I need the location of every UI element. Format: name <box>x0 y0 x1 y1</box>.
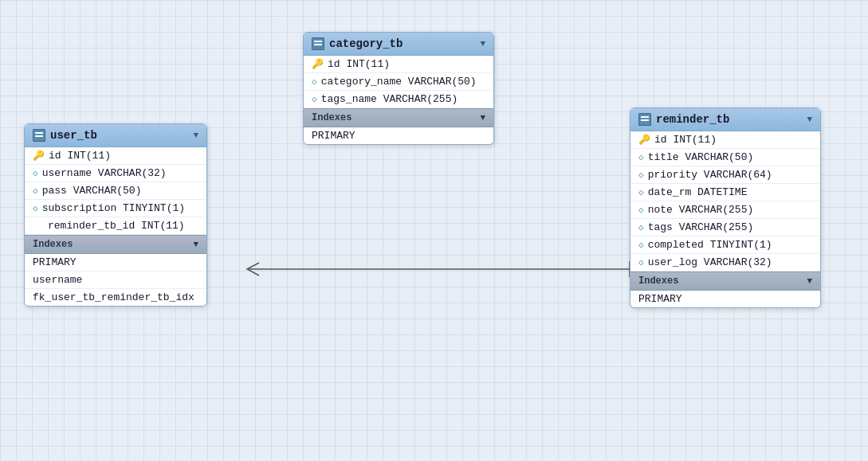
col-text: completed TINYINT(1) <box>648 239 772 251</box>
diamond-icon: ◇ <box>312 76 317 87</box>
table-row: ◇ tags VARCHAR(255) <box>630 219 820 236</box>
table-category-tb-dropdown[interactable]: ▼ <box>480 39 485 49</box>
list-item: username <box>25 272 206 289</box>
col-text: priority VARCHAR(64) <box>648 169 772 181</box>
table-row: reminder_tb_id INT(11) <box>25 217 206 235</box>
diamond-icon: ◇ <box>638 152 644 162</box>
diamond-icon: ◇ <box>33 203 38 213</box>
indexes-header-category-tb[interactable]: Indexes ▼ <box>304 108 493 127</box>
diamond-icon: ◇ <box>312 94 317 104</box>
indexes-label: Indexes <box>638 275 678 287</box>
col-text: subscription TINYINT(1) <box>42 202 185 214</box>
table-reminder-tb-dropdown[interactable]: ▼ <box>807 115 812 124</box>
table-user-tb-title: user_tb <box>50 129 97 142</box>
col-text: category_name VARCHAR(50) <box>321 76 477 88</box>
table-row: ◇ date_rm DATETIME <box>630 184 820 201</box>
col-text: reminder_tb_id INT(11) <box>48 220 185 232</box>
table-category-tb-header[interactable]: category_tb ▼ <box>304 33 493 56</box>
list-item: PRIMARY <box>630 291 820 307</box>
table-icon <box>312 37 324 50</box>
diamond-icon: ◇ <box>638 222 644 232</box>
table-reminder-tb-title: reminder_tb <box>656 113 729 126</box>
col-text: user_log VARCHAR(32) <box>648 256 772 268</box>
table-row: ◇ title VARCHAR(50) <box>630 149 820 166</box>
col-text: id INT(11) <box>328 58 390 70</box>
key-icon: 🔑 <box>33 150 45 162</box>
indexes-label: Indexes <box>312 112 352 123</box>
table-row: ◇ priority VARCHAR(64) <box>630 166 820 184</box>
table-user-tb-dropdown[interactable]: ▼ <box>193 131 198 140</box>
table-row: ◇ completed TINYINT(1) <box>630 236 820 254</box>
table-row: ◇ tags_name VARCHAR(255) <box>304 91 493 108</box>
diamond-icon: ◇ <box>638 257 644 268</box>
diamond-icon: ◇ <box>638 205 644 215</box>
table-icon <box>33 129 45 142</box>
table-row: ◇ subscription TINYINT(1) <box>25 200 206 217</box>
table-row: 🔑 id INT(11) <box>304 56 493 73</box>
col-text: tags_name VARCHAR(255) <box>321 93 458 105</box>
indexes-dropdown[interactable]: ▼ <box>480 113 485 123</box>
diamond-icon: ◇ <box>638 170 644 180</box>
list-item: fk_user_tb_reminder_tb_idx <box>25 289 206 306</box>
table-reminder-tb: reminder_tb ▼ 🔑 id INT(11) ◇ title VARCH… <box>630 107 821 308</box>
diamond-icon: ◇ <box>638 187 644 197</box>
diamond-icon: ◇ <box>33 186 38 196</box>
table-user-tb-header[interactable]: user_tb ▼ <box>25 124 206 147</box>
table-row: ◇ category_name VARCHAR(50) <box>304 73 493 91</box>
table-category-tb: category_tb ▼ 🔑 id INT(11) ◇ category_na… <box>303 32 494 145</box>
table-row: ◇ pass VARCHAR(50) <box>25 182 206 200</box>
col-text: username VARCHAR(32) <box>42 167 167 179</box>
table-category-tb-title: category_tb <box>329 37 403 50</box>
indexes-dropdown[interactable]: ▼ <box>807 276 812 286</box>
col-text: pass VARCHAR(50) <box>42 185 142 197</box>
key-icon: 🔑 <box>638 134 650 146</box>
col-text: tags VARCHAR(255) <box>648 221 754 233</box>
col-text: title VARCHAR(50) <box>648 151 754 163</box>
table-row: ◇ username VARCHAR(32) <box>25 165 206 182</box>
col-text: id INT(11) <box>49 150 111 162</box>
list-item: PRIMARY <box>304 127 493 144</box>
col-text: note VARCHAR(255) <box>648 204 754 216</box>
indexes-header-user-tb[interactable]: Indexes ▼ <box>25 235 206 254</box>
table-row: ◇ note VARCHAR(255) <box>630 201 820 219</box>
diamond-icon: ◇ <box>638 240 644 250</box>
table-row: 🔑 id INT(11) <box>25 147 206 165</box>
table-row: 🔑 id INT(11) <box>630 131 820 149</box>
diamond-icon: ◇ <box>33 168 38 178</box>
table-row: ◇ user_log VARCHAR(32) <box>630 254 820 272</box>
key-icon: 🔑 <box>312 58 324 70</box>
indexes-label: Indexes <box>33 239 73 250</box>
list-item: PRIMARY <box>25 254 206 272</box>
table-icon <box>638 113 651 126</box>
col-text: id INT(11) <box>654 134 717 146</box>
indexes-dropdown[interactable]: ▼ <box>193 240 198 249</box>
table-reminder-tb-header[interactable]: reminder_tb ▼ <box>630 108 820 131</box>
table-user-tb: user_tb ▼ 🔑 id INT(11) ◇ username VARCHA… <box>24 123 207 307</box>
indexes-header-reminder-tb[interactable]: Indexes ▼ <box>630 272 820 291</box>
col-text: date_rm DATETIME <box>648 186 748 198</box>
